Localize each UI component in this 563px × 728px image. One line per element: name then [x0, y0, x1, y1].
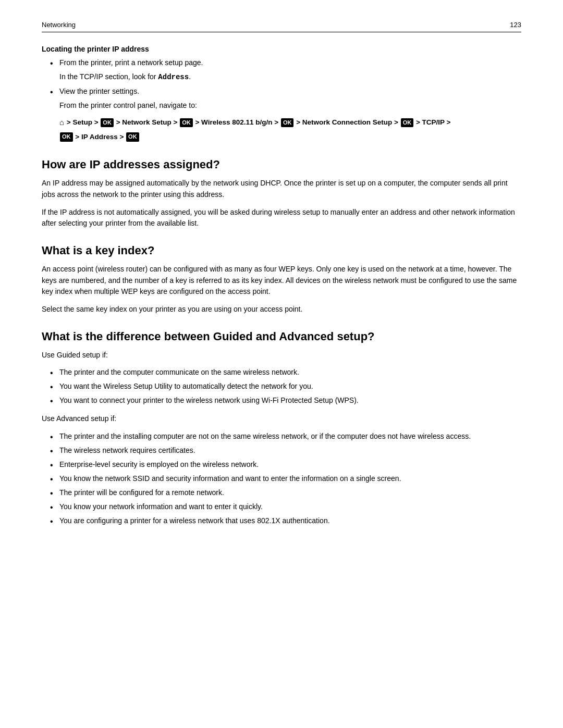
section2: What is a key index? An access point (wi… [42, 244, 521, 315]
section3: What is the difference between Guided an… [42, 330, 521, 526]
locating-bullets-2: View the printer settings. [50, 86, 521, 97]
section2-heading: What is a key index? [42, 244, 521, 257]
section3-heading: What is the difference between Guided an… [42, 330, 521, 343]
section2-para2: Select the same key index on your printe… [42, 304, 521, 315]
guided-intro: Use Guided setup if: [42, 350, 521, 361]
guided-bullet-2: You want the Wireless Setup Utility to a… [50, 381, 521, 392]
advanced-bullet-2: The wireless network requires certificat… [50, 445, 521, 456]
section1: How are IP addresses assigned? An IP add… [42, 158, 521, 229]
locating-bullets: From the printer, print a network setup … [50, 57, 521, 68]
guided-bullets-list: The printer and the computer communicate… [50, 367, 521, 406]
locating-sub1: In the TCP/IP section, look for Address. [59, 71, 521, 83]
page: Networking 123 Locating the printer IP a… [0, 0, 563, 728]
header-label: Networking [42, 21, 76, 29]
ok-badge-3: OK [281, 118, 294, 127]
section1-heading: How are IP addresses assigned? [42, 158, 521, 171]
nav-tcpip: > TCP/IP > [416, 118, 451, 126]
advanced-bullet-7: You are configuring a printer for a wire… [50, 515, 521, 526]
nav-ipaddress: > IP Address > [75, 133, 126, 141]
locating-bullet-2: View the printer settings. [50, 86, 521, 97]
section2-para1: An access point (wireless router) can be… [42, 264, 521, 298]
section1-para2: If the IP address is not automatically a… [42, 207, 521, 229]
locating-section: Locating the printer IP address From the… [42, 45, 521, 143]
ok-badge-2: OK [180, 118, 193, 127]
guided-bullet-1: The printer and the computer communicate… [50, 367, 521, 378]
locating-sub2: From the printer control panel, navigate… [59, 100, 521, 111]
locating-bullet-1: From the printer, print a network setup … [50, 57, 521, 68]
guided-bullet-3: You want to connect your printer to the … [50, 395, 521, 406]
nav-network-setup: > Network Setup > [116, 118, 180, 126]
advanced-bullet-1: The printer and the installing computer … [50, 431, 521, 442]
header-bar: Networking 123 [42, 21, 521, 32]
advanced-bullet-6: You know your network information and wa… [50, 501, 521, 512]
ok-badge-4: OK [401, 118, 414, 127]
ok-badge-6: OK [126, 132, 139, 141]
ok-badge-5: OK [60, 132, 73, 141]
header-page-num: 123 [510, 21, 521, 29]
nav-path: ⌂ > Setup > OK > Network Setup > OK > Wi… [59, 115, 521, 143]
advanced-bullet-4: You know the network SSID and security i… [50, 473, 521, 484]
advanced-bullet-3: Enterprise-level security is employed on… [50, 459, 521, 470]
nav-connection-setup: > Network Connection Setup > [296, 118, 400, 126]
advanced-bullet-5: The printer will be configured for a rem… [50, 487, 521, 498]
locating-heading: Locating the printer IP address [42, 45, 521, 53]
nav-wireless: > Wireless 802.11 b/g/n > [195, 118, 280, 126]
section1-para1: An IP address may be assigned automatica… [42, 178, 521, 200]
address-mono: Address [158, 73, 189, 81]
home-icon: ⌂ [59, 118, 64, 127]
advanced-bullets-list: The printer and the installing computer … [50, 431, 521, 526]
advanced-intro: Use Advanced setup if: [42, 413, 521, 425]
ok-badge-1: OK [101, 118, 114, 127]
nav-setup: > Setup > [67, 118, 101, 126]
